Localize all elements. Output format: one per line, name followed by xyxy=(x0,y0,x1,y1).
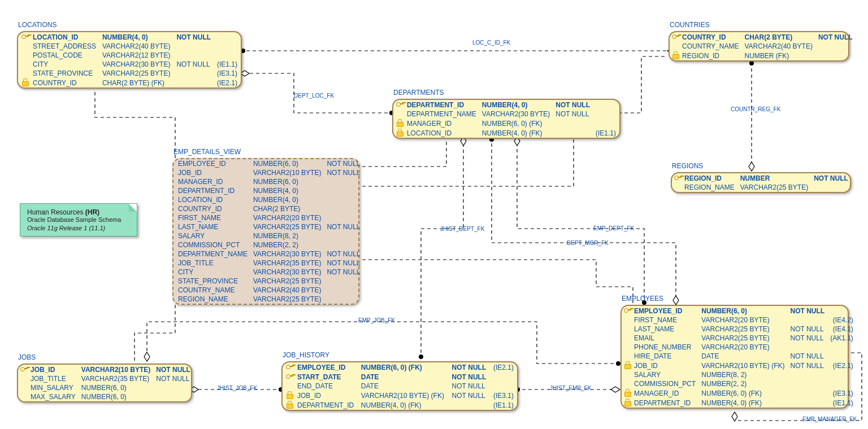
column-row[interactable]: COMMISSION_PCTNUMBER(2, 2) xyxy=(622,379,857,388)
column-nullable xyxy=(788,379,828,388)
column-type: VARCHAR2(25 BYTE) xyxy=(251,277,324,286)
column-row[interactable]: FIRST_NAMEVARCHAR2(20 BYTE) xyxy=(173,213,370,222)
column-row[interactable]: LAST_NAMEVARCHAR2(25 BYTE)NOT NULL xyxy=(173,222,370,231)
column-row[interactable]: HIRE_DATEDATENOT NULL xyxy=(622,352,857,361)
column-row[interactable]: FIRST_NAMEVARCHAR2(20 BYTE)(IE4.2) xyxy=(622,316,857,325)
column-row[interactable]: START_DATEDATENOT NULL xyxy=(283,372,517,382)
column-row[interactable]: COUNTRY_NAMEVARCHAR2(40 BYTE) xyxy=(173,286,370,295)
column-index xyxy=(364,186,370,195)
entity-emp-details-view[interactable]: EMP_DETAILS_VIEW EMPLOYEE_IDNUMBER(6, 0)… xyxy=(172,158,359,305)
column-index: (IE2.1) xyxy=(491,362,517,372)
column-row[interactable]: REGION_NAMEVARCHAR2(25 BYTE) xyxy=(173,295,370,304)
column-type: NUMBER(6, 0) xyxy=(251,177,324,186)
column-row[interactable]: LOCATION_IDNUMBER(4, 0)NOT NULL xyxy=(18,32,241,42)
column-row[interactable]: MAX_SALARYNUMBER(6, 0) xyxy=(18,392,199,401)
column-row[interactable]: JOB_IDVARCHAR2(10 BYTE)NOT NULL xyxy=(173,168,370,177)
column-index xyxy=(364,204,370,213)
column-row[interactable]: MIN_SALARYNUMBER(6, 0) xyxy=(18,383,199,392)
column-nullable xyxy=(324,177,363,186)
column-row[interactable]: EMPLOYEE_IDNUMBER(6, 0)NOT NULL xyxy=(173,159,370,168)
column-row[interactable]: COUNTRY_IDCHAR(2 BYTE) (FK)(IE2.1) xyxy=(18,78,241,87)
column-type: VARCHAR2(10 BYTE) xyxy=(79,365,154,374)
column-nullable xyxy=(154,383,194,392)
column-name: EMPLOYEE_ID xyxy=(176,159,251,168)
column-row[interactable]: DEPARTMENT_IDNUMBER(4, 0) (FK)(IE1.1) xyxy=(622,398,857,408)
column-index xyxy=(215,32,241,42)
column-name: CITY xyxy=(176,268,251,277)
column-row[interactable]: EMPLOYEE_IDNUMBER(6, 0)NOT NULL xyxy=(622,306,857,316)
column-row[interactable]: SALARYNUMBER(8, 2) xyxy=(622,370,857,379)
column-index xyxy=(364,231,370,240)
column-row[interactable]: DEPARTMENT_IDNUMBER(4, 0) xyxy=(173,186,370,195)
column-row[interactable]: COUNTRY_IDCHAR(2 BYTE) xyxy=(173,204,370,213)
column-row[interactable]: LOCATION_IDNUMBER(4, 0) (FK)(IE1.1) xyxy=(393,128,619,138)
column-row[interactable]: REGION_NAMEVARCHAR2(25 BYTE) xyxy=(672,183,857,192)
column-name: JOB_ID xyxy=(28,365,79,374)
column-row[interactable]: COUNTRY_NAMEVARCHAR2(40 BYTE) xyxy=(670,42,862,51)
column-row[interactable]: END_DATEDATENOT NULL xyxy=(283,382,517,391)
column-type: NUMBER(4, 0) (FK) xyxy=(699,398,788,408)
entity-jobs[interactable]: JOBS JOB_IDVARCHAR2(10 BYTE)NOT NULLJOB_… xyxy=(17,364,192,402)
column-type: VARCHAR2(30 BYTE) xyxy=(480,110,553,119)
column-row[interactable]: COUNTRY_IDCHAR(2 BYTE)NOT NULL xyxy=(670,32,862,42)
column-row[interactable]: JOB_TITLEVARCHAR2(35 BYTE)NOT NULL xyxy=(173,259,370,268)
column-row[interactable]: JOB_IDVARCHAR2(10 BYTE)NOT NULL xyxy=(18,365,199,374)
column-type: DATE xyxy=(699,352,788,361)
column-row[interactable]: DEPARTMENT_IDNUMBER(4, 0)NOT NULL xyxy=(393,100,619,110)
column-row[interactable]: MANAGER_IDNUMBER(6, 0) xyxy=(173,177,370,186)
column-name: HIRE_DATE xyxy=(632,352,699,361)
entity-countries[interactable]: COUNTRIES COUNTRY_IDCHAR(2 BYTE)NOT NULL… xyxy=(669,31,849,62)
column-type: VARCHAR2(30 BYTE) xyxy=(100,60,174,69)
column-type: NUMBER(2, 2) xyxy=(251,240,324,249)
column-row[interactable]: STREET_ADDRESSVARCHAR2(40 BYTE) xyxy=(18,42,241,51)
entity-employees[interactable]: EMPLOYEES EMPLOYEE_IDNUMBER(6, 0)NOT NUL… xyxy=(620,305,849,409)
foreign-key-icon xyxy=(624,389,632,396)
entity-columns: LOCATION_IDNUMBER(4, 0)NOT NULLSTREET_AD… xyxy=(18,32,241,87)
column-row[interactable]: REGION_IDNUMBER (FK) xyxy=(670,51,862,60)
column-row[interactable]: MANAGER_IDNUMBER(6, 0) (FK)(IE3.1) xyxy=(622,388,857,398)
column-row[interactable]: SALARYNUMBER(8, 2) xyxy=(173,231,370,240)
column-row[interactable]: MANAGER_IDNUMBER(6, 0) (FK) xyxy=(393,119,619,128)
entity-departments[interactable]: DEPARTMENTS DEPARTMENT_IDNUMBER(4, 0)NOT… xyxy=(392,99,620,139)
column-type: VARCHAR2(25 BYTE) xyxy=(699,325,788,334)
column-row[interactable]: JOB_TITLEVARCHAR2(35 BYTE)NOT NULL xyxy=(18,374,199,383)
fk-label-emp-job: EMP_JOB_FK xyxy=(358,317,395,323)
column-row[interactable]: DEPARTMENT_NAMEVARCHAR2(30 BYTE)NOT NULL xyxy=(173,249,370,259)
entity-job-history[interactable]: JOB_HISTORY EMPLOYEE_IDNUMBER(6, 0) (FK)… xyxy=(281,361,518,411)
column-nullable: NOT NULL xyxy=(788,361,828,370)
column-nullable: NOT NULL xyxy=(174,32,214,42)
column-type: NUMBER(4, 0) xyxy=(100,32,174,42)
column-row[interactable]: DEPARTMENT_IDNUMBER(4, 0) (FK)(IE1.1) xyxy=(283,400,517,410)
erd-canvas: Human Resources (HR) Oracle Database Sam… xyxy=(0,0,868,429)
column-nullable: NOT NULL xyxy=(324,168,363,177)
column-nullable xyxy=(450,400,491,410)
column-row[interactable]: REGION_IDNUMBERNOT NULL xyxy=(672,173,857,183)
column-row[interactable]: LOCATION_IDNUMBER(4, 0) xyxy=(173,195,370,204)
column-name: COMMISSION_PCT xyxy=(176,240,251,249)
column-row[interactable]: POSTAL_CODEVARCHAR2(12 BYTE) xyxy=(18,51,241,60)
column-name: JOB_ID xyxy=(176,168,251,177)
column-row[interactable]: JOB_IDVARCHAR2(10 BYTE) (FK)NOT NULL(IE2… xyxy=(622,361,857,370)
column-type: CHAR(2 BYTE) (FK) xyxy=(100,78,174,87)
column-type: VARCHAR2(35 BYTE) xyxy=(251,259,324,268)
column-row[interactable]: STATE_PROVINCEVARCHAR2(25 BYTE)(IE3.1) xyxy=(18,69,241,78)
entity-regions[interactable]: REGIONS REGION_IDNUMBERNOT NULLREGION_NA… xyxy=(671,172,851,193)
primary-key-icon xyxy=(396,100,404,107)
column-index xyxy=(364,259,370,268)
column-row[interactable]: EMAILVARCHAR2(25 BYTE)NOT NULL(AK1.1) xyxy=(622,334,857,343)
column-row[interactable]: EMPLOYEE_IDNUMBER(6, 0) (FK)NOT NULL(IE2… xyxy=(283,362,517,372)
entity-title: EMP_DETAILS_VIEW xyxy=(173,148,241,156)
entity-locations[interactable]: LOCATIONS LOCATION_IDNUMBER(4, 0)NOT NUL… xyxy=(17,31,242,89)
column-nullable xyxy=(553,128,593,138)
column-index xyxy=(491,372,517,382)
column-nullable xyxy=(788,388,828,398)
column-row[interactable]: PHONE_NUMBERVARCHAR2(20 BYTE) xyxy=(622,343,857,352)
column-row[interactable]: CITYVARCHAR2(30 BYTE)NOT NULL(IE1.1) xyxy=(18,60,241,69)
column-nullable: NOT NULL xyxy=(450,382,491,391)
column-row[interactable]: JOB_IDVARCHAR2(10 BYTE) (FK)NOT NULL(IE3… xyxy=(283,391,517,400)
column-row[interactable]: DEPARTMENT_NAMEVARCHAR2(30 BYTE)NOT NULL xyxy=(393,110,619,119)
column-row[interactable]: COMMISSION_PCTNUMBER(2, 2) xyxy=(173,240,370,249)
column-row[interactable]: LAST_NAMEVARCHAR2(25 BYTE)NOT NULL(IE4.1… xyxy=(622,325,857,334)
column-row[interactable]: CITYVARCHAR2(30 BYTE)NOT NULL xyxy=(173,268,370,277)
column-row[interactable]: STATE_PROVINCEVARCHAR2(25 BYTE) xyxy=(173,277,370,286)
